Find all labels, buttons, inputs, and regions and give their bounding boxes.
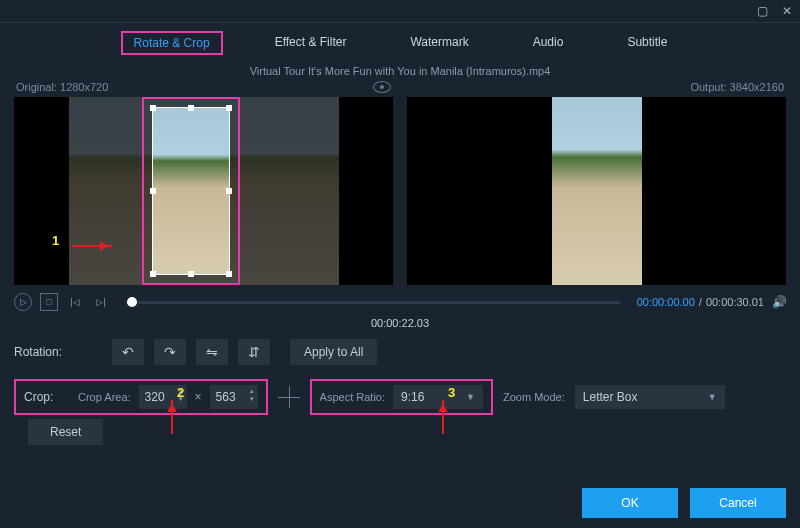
annotation-2: 2 xyxy=(177,385,184,400)
aspect-ratio-group: Aspect Ratio: 9:16▼ xyxy=(310,379,493,415)
next-frame-button[interactable]: ▷| xyxy=(92,293,110,311)
duration: 00:00:30.01 xyxy=(706,296,764,308)
arrow-icon xyxy=(442,400,444,434)
multiply-icon: × xyxy=(195,390,202,404)
crop-handle[interactable] xyxy=(188,271,194,277)
seek-handle[interactable] xyxy=(127,297,137,307)
crop-handle[interactable] xyxy=(226,105,232,111)
annotation-3: 3 xyxy=(448,385,455,400)
current-time: 00:00:00.00 xyxy=(637,296,695,308)
rotation-label: Rotation: xyxy=(14,345,102,359)
apply-all-button[interactable]: Apply to All xyxy=(290,339,377,365)
maximize-icon[interactable]: ▢ xyxy=(757,4,768,18)
close-icon[interactable]: ✕ xyxy=(782,4,792,18)
tab-subtitle[interactable]: Subtitle xyxy=(615,31,679,55)
output-video xyxy=(407,97,786,285)
crop-handle[interactable] xyxy=(226,271,232,277)
original-video[interactable]: 1 xyxy=(14,97,393,285)
ok-button[interactable]: OK xyxy=(582,488,678,518)
tab-watermark[interactable]: Watermark xyxy=(398,31,480,55)
annotation-1: 1 xyxy=(52,233,59,248)
timecode-display: 00:00:22.03 xyxy=(0,317,800,329)
reset-button[interactable]: Reset xyxy=(28,419,103,445)
crop-handle[interactable] xyxy=(226,188,232,194)
player-controls: ▷ □ |◁ ▷| 00:00:00.00/00:00:30.01 🔊 xyxy=(0,285,800,315)
crop-handle[interactable] xyxy=(150,271,156,277)
arrow-icon xyxy=(171,400,173,434)
crop-area-group: Crop: Crop Area: 320▲▼ × 563▲▼ xyxy=(14,379,268,415)
arrow-icon xyxy=(72,245,112,247)
rotate-right-button[interactable]: ↷ xyxy=(154,339,186,365)
aspect-ratio-label: Aspect Ratio: xyxy=(320,391,385,403)
zoom-mode-dropdown[interactable]: Letter Box▼ xyxy=(575,385,725,409)
flip-horizontal-button[interactable]: ⇋ xyxy=(196,339,228,365)
stop-button[interactable]: □ xyxy=(40,293,58,311)
editor-tabs: Rotate & Crop Effect & Filter Watermark … xyxy=(0,22,800,65)
chevron-down-icon: ▼ xyxy=(466,392,475,402)
flip-vertical-button[interactable]: ⇵ xyxy=(238,339,270,365)
prev-frame-button[interactable]: |◁ xyxy=(66,293,84,311)
filename-label: Virtual Tour It's More Fun with You in M… xyxy=(0,65,800,77)
cancel-button[interactable]: Cancel xyxy=(690,488,786,518)
crop-area-label: Crop Area: xyxy=(78,391,131,403)
seek-bar[interactable] xyxy=(126,301,621,304)
crop-height-input[interactable]: 563▲▼ xyxy=(210,385,258,409)
play-button[interactable]: ▷ xyxy=(14,293,32,311)
tab-effect-filter[interactable]: Effect & Filter xyxy=(263,31,359,55)
rotate-left-button[interactable]: ↶ xyxy=(112,339,144,365)
crop-handle[interactable] xyxy=(150,188,156,194)
crop-handle[interactable] xyxy=(188,105,194,111)
crop-handle[interactable] xyxy=(150,105,156,111)
chevron-down-icon: ▼ xyxy=(708,392,717,402)
volume-icon[interactable]: 🔊 xyxy=(772,295,786,309)
zoom-mode-label: Zoom Mode: xyxy=(503,391,565,403)
tab-audio[interactable]: Audio xyxy=(521,31,576,55)
original-resolution: Original: 1280x720 xyxy=(16,81,108,93)
tab-rotate-crop[interactable]: Rotate & Crop xyxy=(121,31,223,55)
center-crop-button[interactable] xyxy=(278,386,300,408)
output-resolution: Output: 3840x2160 xyxy=(690,81,784,93)
crop-label: Crop: xyxy=(16,390,70,404)
original-preview: Original: 1280x720 1 xyxy=(14,81,393,285)
eye-icon[interactable] xyxy=(373,81,391,93)
crop-rectangle[interactable] xyxy=(152,107,230,275)
output-preview: Output: 3840x2160 xyxy=(407,81,786,285)
